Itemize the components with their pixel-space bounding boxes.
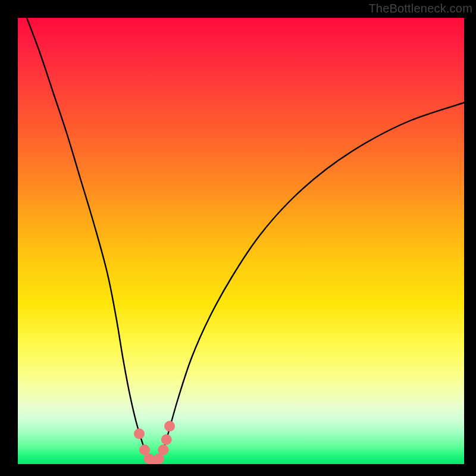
plot-area: [18, 18, 464, 464]
chart-frame: TheBottleneck.com: [0, 0, 476, 476]
marker-dot: [164, 421, 175, 431]
watermark-text: TheBottleneck.com: [368, 2, 472, 15]
marker-dot: [158, 444, 169, 455]
curve-markers: [134, 421, 175, 464]
marker-dot: [161, 434, 172, 445]
curve-layer: [18, 18, 464, 464]
marker-dot: [134, 428, 145, 439]
bottleneck-curve: [27, 18, 464, 463]
